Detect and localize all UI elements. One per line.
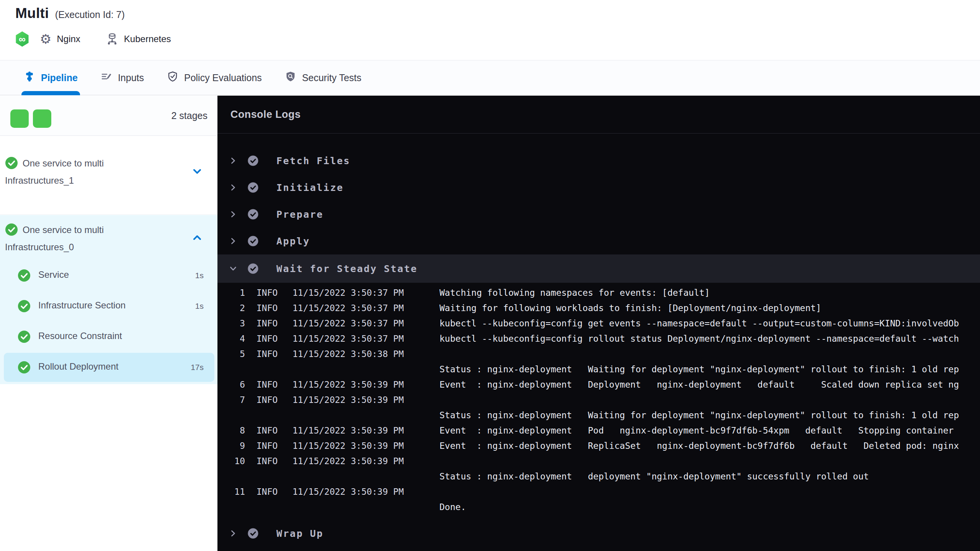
log-level: INFO [256, 288, 281, 298]
console-section-fetch-files[interactable]: Fetch Files [217, 147, 980, 174]
main-area: 2 stages One service to multi Infrastruc… [0, 96, 980, 551]
tab-label: Policy Evaluations [184, 72, 262, 83]
log-message: Done. [439, 502, 466, 512]
stages-sidebar: 2 stages One service to multi Infrastruc… [0, 96, 217, 551]
log-message: Event : nginx-deployment ReplicaSet ngin… [439, 441, 959, 451]
log-line-number: 5 [230, 349, 245, 359]
log-line-number: 10 [230, 456, 245, 466]
log-timestamp: 11/15/2022 3:50:37 PM [292, 318, 407, 328]
log-level: INFO [256, 303, 281, 313]
pipeline-execution-page: Multi (Execution Id: 7) ∞ ⚙ Nginx [0, 0, 980, 551]
tab-pipeline[interactable]: Pipeline [24, 60, 78, 95]
stage-header[interactable]: One service to multi Infrastructures_1 [5, 156, 173, 187]
step-name: Rollout Deployment [38, 361, 118, 372]
tab-policy-evaluations[interactable]: Policy Evaluations [167, 60, 262, 95]
console-section-prepare[interactable]: Prepare [217, 201, 980, 228]
shield-check-icon [167, 71, 178, 85]
service-name-label[interactable]: Nginx [57, 34, 80, 44]
step-resource-constraint[interactable]: Resource Constraint [0, 321, 217, 352]
log-line: 3INFO11/15/2022 3:50:37 PMkubectl --kube… [230, 316, 980, 331]
chevron-down-icon[interactable] [191, 166, 203, 179]
stages-summary: 2 stages [0, 96, 217, 136]
console-section-initialize[interactable]: Initialize [217, 174, 980, 201]
log-timestamp: 11/15/2022 3:50:37 PM [292, 334, 407, 344]
log-timestamp: 11/15/2022 3:50:38 PM [292, 349, 407, 359]
step-duration: 1s [195, 302, 204, 311]
success-check-icon [18, 269, 31, 284]
log-timestamp: 11/15/2022 3:50:39 PM [292, 487, 407, 497]
tab-security-tests[interactable]: Security Tests [285, 60, 361, 95]
log-line-number: 9 [230, 441, 245, 451]
success-check-icon [247, 209, 259, 220]
chevron-up-icon[interactable] [191, 232, 203, 245]
log-line-number: 1 [230, 288, 245, 298]
step-service[interactable]: Service 1s [0, 260, 217, 291]
infrastructure-name-label[interactable]: Kubernetes [124, 34, 171, 44]
log-message: Status : nginx-deployment Waiting for de… [439, 410, 959, 420]
stage-name: One service to multi Infrastructures_1 [5, 158, 104, 186]
stage-name: One service to multi Infrastructures_0 [5, 225, 104, 252]
log-line: 11INFO11/15/2022 3:50:39 PM [230, 484, 980, 499]
log-line-number: 11 [230, 487, 245, 497]
log-level: INFO [256, 334, 281, 344]
stage-status-square [33, 109, 51, 128]
stage-card-infrastructures-0: One service to multi Infrastructures_0 S… [0, 215, 217, 384]
success-check-icon [247, 263, 259, 274]
stages-count-label: 2 stages [171, 110, 207, 121]
log-message: kubectl --kubeconfig=config get events -… [439, 318, 959, 328]
infinity-glyph: ∞ [19, 34, 26, 44]
log-message: Status : nginx-deployment Waiting for de… [439, 364, 959, 374]
header-meta-row: ∞ ⚙ Nginx [15, 31, 171, 47]
title-row: Multi (Execution Id: 7) [15, 5, 125, 21]
log-line-number: 6 [230, 380, 245, 390]
log-line: 2INFO11/15/2022 3:50:37 PMWaiting for fo… [230, 300, 980, 316]
step-name: Service [38, 269, 69, 280]
gear-icon: ⚙ [40, 33, 51, 46]
stage-header[interactable]: One service to multi Infrastructures_0 [5, 223, 173, 254]
tab-bar: Pipeline Inputs Policy Evaluations [0, 60, 980, 95]
log-line-number: 4 [230, 334, 245, 344]
page-title: Multi [15, 5, 49, 21]
section-label: Prepare [276, 209, 323, 220]
chevron-down-icon [228, 264, 238, 273]
success-check-icon [247, 235, 259, 247]
chevron-right-icon [228, 210, 238, 218]
log-line: 4INFO11/15/2022 3:50:37 PMkubectl --kube… [230, 331, 980, 346]
success-check-icon [18, 361, 31, 375]
log-level: INFO [256, 441, 281, 451]
step-name: Infrastructure Section [38, 300, 126, 311]
log-level: INFO [256, 349, 281, 359]
log-level: INFO [256, 487, 281, 497]
log-line-number: 7 [230, 395, 245, 405]
log-level: INFO [256, 395, 281, 405]
success-check-icon [247, 182, 259, 193]
success-check-icon [5, 223, 18, 240]
harness-cd-icon: ∞ [15, 31, 29, 47]
success-check-icon [5, 156, 18, 173]
log-timestamp: 11/15/2022 3:50:37 PM [292, 288, 407, 298]
log-level: INFO [256, 318, 281, 328]
pipeline-icon [24, 71, 35, 85]
log-message: Watching following namespaces for events… [439, 288, 710, 298]
log-timestamp: 11/15/2022 3:50:39 PM [292, 441, 407, 451]
log-line: 10INFO11/15/2022 3:50:39 PM [230, 453, 980, 469]
chevron-right-icon [228, 183, 238, 192]
log-line: Status : nginx-deployment deployment "ng… [230, 469, 980, 484]
execution-id-label: (Execution Id: 7) [55, 9, 125, 20]
step-rollout-deployment[interactable]: Rollout Deployment 17s [0, 352, 217, 383]
step-name: Resource Constraint [38, 331, 122, 341]
log-line: 9INFO11/15/2022 3:50:39 PMEvent : nginx-… [230, 438, 980, 453]
tab-label: Security Tests [302, 72, 361, 83]
console-section-apply[interactable]: Apply [217, 228, 980, 254]
success-check-icon [18, 300, 31, 314]
tab-inputs[interactable]: Inputs [101, 60, 144, 95]
section-label: Apply [276, 236, 310, 247]
chevron-right-icon [228, 237, 238, 245]
log-line: 7INFO11/15/2022 3:50:39 PM [230, 392, 980, 408]
console-section-wait-for-steady-state[interactable]: Wait for Steady State [217, 254, 980, 283]
log-line: 1INFO11/15/2022 3:50:37 PMWatching follo… [230, 285, 980, 300]
shield-search-icon [285, 71, 296, 85]
log-message: Waiting for following workloads to finis… [439, 303, 821, 313]
console-section-wrap-up[interactable]: Wrap Up [217, 520, 980, 547]
step-infrastructure-section[interactable]: Infrastructure Section 1s [0, 291, 217, 321]
